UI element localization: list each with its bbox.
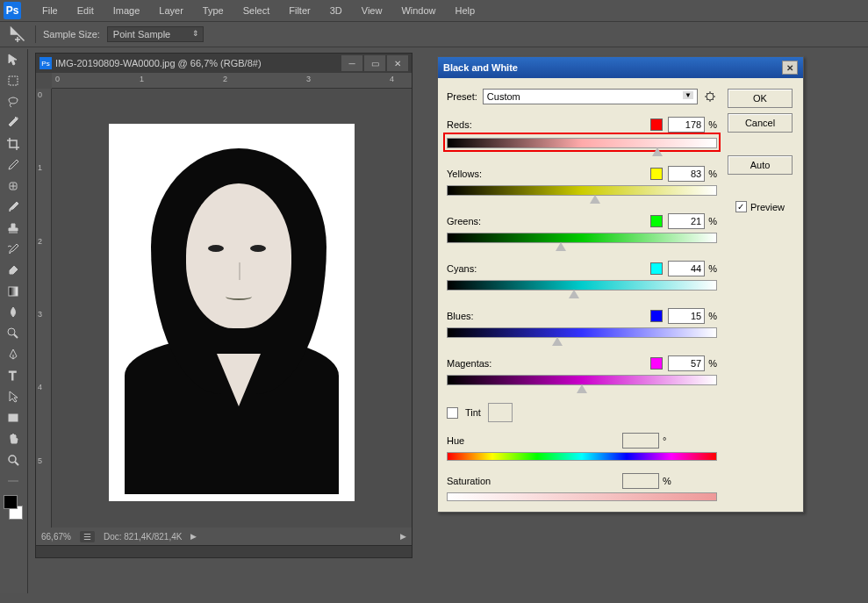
value-input-cyans[interactable]: [668, 261, 705, 276]
preset-dropdown[interactable]: Custom: [483, 89, 698, 104]
saturation-slider[interactable]: [447, 492, 717, 501]
sample-size-dropdown[interactable]: Point Sample: [107, 26, 204, 42]
value-input-yellows[interactable]: [668, 166, 705, 182]
tool-type[interactable]: T: [0, 365, 26, 386]
tool-path-select[interactable]: [0, 386, 26, 407]
slider-handle-yellows[interactable]: [590, 195, 600, 204]
tool-stamp[interactable]: [0, 218, 26, 239]
tool-marquee[interactable]: [0, 70, 26, 91]
slider-row-reds: Reds: %: [447, 117, 717, 152]
pct-magentas: %: [708, 358, 717, 369]
color-swatches[interactable]: [0, 495, 25, 520]
tool-dodge[interactable]: [0, 323, 26, 344]
menu-filter[interactable]: Filter: [280, 2, 319, 19]
tool-lasso[interactable]: [0, 91, 26, 112]
tool-blur[interactable]: [0, 302, 26, 323]
foreground-color[interactable]: [4, 495, 18, 509]
tool-crop[interactable]: [0, 133, 26, 154]
menu-3d[interactable]: 3D: [321, 2, 351, 19]
preset-label: Preset:: [447, 91, 477, 102]
divider: [35, 25, 36, 43]
doc-icon: Ps: [39, 57, 52, 69]
sample-size-label: Sample Size:: [43, 29, 100, 39]
swatch-magentas: [650, 357, 663, 370]
slider-reds[interactable]: [447, 138, 717, 148]
tool-hand[interactable]: [0, 428, 26, 449]
preview-checkbox[interactable]: ✓: [735, 201, 747, 212]
tool-rectangle[interactable]: [0, 407, 26, 428]
menubar: Ps File Edit Image Layer Type Select Fil…: [0, 0, 868, 21]
value-input-blues[interactable]: [668, 308, 705, 324]
preset-menu-icon[interactable]: [703, 90, 717, 104]
slider-handle-blues[interactable]: [552, 337, 563, 346]
swatch-cyans: [650, 262, 663, 275]
saturation-unit: %: [663, 476, 671, 486]
menu-view[interactable]: View: [353, 2, 391, 19]
tool-gradient[interactable]: [0, 281, 26, 302]
tool-healing[interactable]: [0, 176, 26, 197]
canvas[interactable]: [109, 124, 355, 501]
tool-eyedropper[interactable]: [0, 154, 26, 176]
ok-button[interactable]: OK: [728, 89, 793, 108]
slider-handle-cyans[interactable]: [569, 290, 579, 298]
dialog-titlebar[interactable]: Black and White ✕: [438, 57, 803, 78]
tool-history-brush[interactable]: [0, 239, 26, 260]
cancel-button[interactable]: Cancel: [728, 113, 793, 133]
dialog-close-button[interactable]: ✕: [782, 61, 798, 75]
zoom-level[interactable]: 66,67%: [41, 532, 71, 542]
slider-handle-magentas[interactable]: [577, 384, 587, 393]
tool-pen[interactable]: [0, 344, 26, 365]
value-input-reds[interactable]: [668, 117, 705, 133]
slider-blues[interactable]: [447, 327, 717, 338]
hue-input[interactable]: [622, 433, 659, 449]
pct-greens: %: [708, 216, 717, 226]
close-button[interactable]: ✕: [387, 55, 408, 71]
menu-file[interactable]: File: [33, 2, 67, 19]
tool-eraser[interactable]: [0, 260, 26, 281]
hue-slider[interactable]: [447, 452, 717, 461]
menu-select[interactable]: Select: [234, 2, 279, 19]
auto-button[interactable]: Auto: [728, 155, 793, 175]
maximize-button[interactable]: ▭: [364, 55, 385, 71]
doc-info-menu[interactable]: ▶: [190, 532, 197, 541]
tool-panel: T: [0, 49, 28, 593]
hue-label: Hue: [447, 435, 622, 446]
slider-label-cyans: Cyans:: [447, 263, 650, 274]
menu-window[interactable]: Window: [392, 2, 444, 19]
tool-wand[interactable]: [0, 112, 26, 133]
saturation-input[interactable]: [622, 473, 659, 489]
slider-handle-reds[interactable]: [652, 147, 663, 156]
menu-type[interactable]: Type: [194, 2, 233, 19]
slider-yellows[interactable]: [447, 185, 717, 196]
tool-brush[interactable]: [0, 197, 26, 218]
svg-rect-5: [9, 414, 18, 421]
black-white-dialog: Black and White ✕ Preset: Custom Reds: %: [437, 56, 804, 513]
value-input-greens[interactable]: [668, 213, 705, 229]
doc-titlebar[interactable]: Ps IMG-20190809-WA0000.jpg @ 66,7% (RGB/…: [36, 54, 412, 73]
doc-title-text: IMG-20190809-WA0000.jpg @ 66,7% (RGB/8#): [55, 58, 262, 68]
menu-help[interactable]: Help: [447, 2, 484, 19]
tint-checkbox[interactable]: [447, 407, 458, 419]
canvas-area[interactable]: [52, 89, 412, 528]
slider-handle-greens[interactable]: [556, 242, 566, 251]
menu-layer[interactable]: Layer: [150, 2, 192, 19]
slider-greens[interactable]: [447, 233, 717, 243]
tool-move[interactable]: [0, 49, 26, 70]
swatch-yellows: [650, 168, 663, 180]
slider-cyans[interactable]: [447, 280, 717, 291]
scroll-right[interactable]: ▶: [400, 532, 406, 541]
value-input-magentas[interactable]: [668, 355, 705, 371]
tool-zoom[interactable]: [0, 449, 26, 470]
saturation-label: Saturation: [447, 476, 622, 486]
app-logo: Ps: [4, 2, 21, 19]
tool-icon: [7, 24, 28, 45]
tint-swatch[interactable]: [488, 403, 513, 422]
ruler-vertical: 0 1 2 3 4 5: [36, 89, 52, 528]
minimize-button[interactable]: ─: [341, 55, 362, 71]
menu-image[interactable]: Image: [104, 2, 149, 19]
anim-icon[interactable]: ☰: [80, 531, 95, 542]
menu-edit[interactable]: Edit: [68, 2, 103, 19]
doc-info: Doc: 821,4K/821,4K: [104, 532, 183, 542]
horizontal-scrollbar[interactable]: [36, 545, 412, 557]
slider-magentas[interactable]: [447, 375, 717, 385]
